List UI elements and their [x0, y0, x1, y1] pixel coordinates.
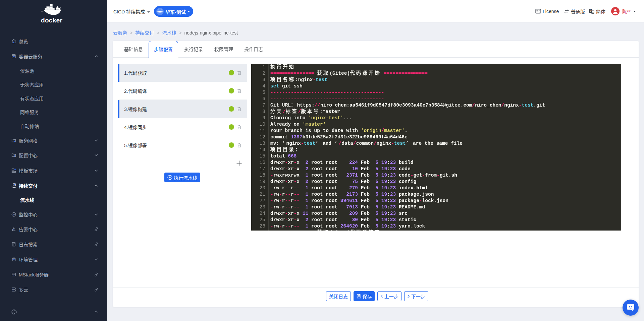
svg-text:En: En: [592, 11, 594, 13]
